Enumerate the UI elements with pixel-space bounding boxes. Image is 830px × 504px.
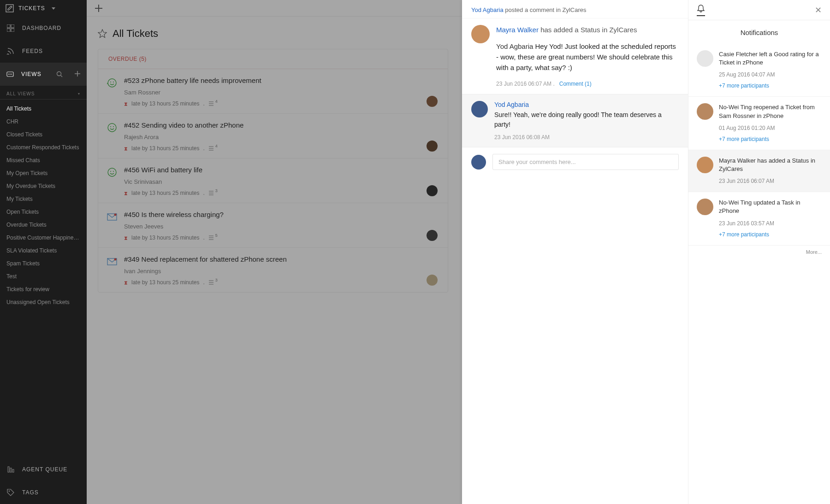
notifications-topbar: ✕ — [688, 0, 830, 20]
participants-link[interactable]: +7 more participants — [719, 82, 822, 89]
queue-icon — [6, 465, 15, 474]
notifications-panel: ✕ Notifications Casie Fletcher left a Go… — [688, 0, 830, 504]
avatar — [697, 199, 713, 215]
sidebar-context-switcher[interactable]: TICKETS — [0, 0, 87, 17]
svg-rect-4 — [11, 29, 14, 32]
sidebar-item-label: DASHBOARD — [22, 25, 61, 31]
svg-rect-15 — [12, 469, 14, 472]
thread-post: Mayra Walker has added a Status in ZylCa… — [462, 18, 688, 94]
feeds-icon — [6, 47, 15, 55]
search-icon[interactable] — [56, 71, 63, 77]
close-icon[interactable]: ✕ — [815, 5, 822, 15]
reply-text: Sure!! Yeah, we're doing really good! Th… — [494, 110, 679, 129]
avatar[interactable] — [471, 101, 488, 117]
view-item[interactable]: Overdue Tickets — [0, 218, 87, 231]
post-timestamp: 23 Jun 2016 06:07 AM . — [496, 81, 555, 87]
compose-icon — [6, 4, 14, 12]
sidebar-item-label: VIEWS — [21, 71, 42, 77]
status-author[interactable]: Mayra Walker — [496, 26, 539, 34]
view-item[interactable]: Spam Tickets — [0, 257, 87, 270]
more-link[interactable]: More... — [688, 246, 830, 258]
status-line: Mayra Walker has added a Status in ZylCa… — [496, 25, 679, 35]
svg-rect-2 — [11, 24, 14, 28]
view-item[interactable]: Unassigned Open Tickets — [0, 296, 87, 309]
thread-panel: Yod Agbaria posted a comment in ZylCares… — [462, 0, 688, 504]
view-item[interactable]: All Tickets — [0, 102, 87, 115]
caret-down-icon: ▾ — [78, 92, 80, 96]
sidebar-item-label: AGENT QUEUE — [22, 466, 67, 473]
svg-rect-3 — [7, 29, 10, 32]
svg-line-10 — [60, 76, 62, 77]
view-item[interactable]: Open Tickets — [0, 205, 87, 218]
view-item[interactable]: CHR — [0, 115, 87, 128]
view-item[interactable]: My Overdue Tickets — [0, 180, 87, 193]
all-views-label: ALL VIEWS — [6, 91, 35, 96]
view-item[interactable]: My Open Tickets — [0, 167, 87, 180]
notification-item[interactable]: No-Wei Ting updated a Task in zPhone 23 … — [688, 192, 830, 245]
notification-time: 01 Aug 2016 01:20 AM — [719, 125, 822, 131]
thread-reply: Yod Agbaria Sure!! Yeah, we're doing rea… — [462, 94, 688, 147]
dashboard-icon — [6, 24, 15, 32]
notification-item[interactable]: No-Wei Ting reopened a Ticket from Sam R… — [688, 97, 830, 150]
comment-link[interactable]: Comment (1) — [559, 81, 592, 87]
svg-rect-14 — [10, 468, 12, 472]
sidebar-item-label: TAGS — [22, 489, 39, 496]
svg-rect-13 — [8, 467, 9, 472]
bell-icon[interactable] — [697, 4, 705, 16]
sidebar-item-tags[interactable]: TAGS — [0, 481, 87, 504]
svg-rect-1 — [7, 24, 10, 28]
caret-down-icon — [52, 7, 55, 10]
add-view-icon[interactable] — [75, 71, 80, 77]
sidebar-item-agent-queue[interactable]: AGENT QUEUE — [0, 458, 87, 481]
notification-text: Casie Fletcher left a Good rating for a … — [719, 50, 822, 67]
notification-item[interactable]: Mayra Walker has added a Status in ZylCa… — [688, 150, 830, 192]
avatar — [697, 50, 713, 67]
comment-input[interactable] — [492, 154, 679, 170]
svg-point-16 — [9, 491, 10, 492]
sidebar-item-views[interactable]: VIEWS — [0, 63, 87, 86]
avatar — [697, 157, 713, 173]
view-item[interactable]: Tickets for review — [0, 283, 87, 296]
comment-input-row — [462, 147, 688, 176]
view-item[interactable]: Missed Chats — [0, 154, 87, 167]
notification-time: 25 Aug 2016 04:07 AM — [719, 71, 822, 78]
views-icon — [6, 70, 14, 78]
thread-header-text: posted a comment in ZylCares — [504, 6, 587, 13]
notification-time: 23 Jun 2016 06:07 AM — [719, 178, 822, 184]
avatar — [471, 155, 486, 170]
reply-timestamp: 23 Jun 2016 06:08 AM — [494, 134, 679, 141]
tag-icon — [6, 488, 15, 497]
views-list: All Tickets CHR Closed Tickets Customer … — [0, 100, 87, 311]
avatar — [697, 103, 713, 120]
notification-time: 23 Jun 2016 03:57 AM — [719, 220, 822, 227]
view-item[interactable]: My Tickets — [0, 193, 87, 205]
all-views-header[interactable]: ALL VIEWS ▾ — [0, 86, 87, 100]
notification-text: No-Wei Ting reopened a Ticket from Sam R… — [719, 103, 822, 120]
svg-point-7 — [10, 74, 11, 75]
sidebar-item-label: FEEDS — [22, 48, 43, 54]
svg-point-9 — [57, 72, 61, 76]
sidebar-item-dashboard[interactable]: DASHBOARD — [0, 17, 87, 40]
thread-header-name[interactable]: Yod Agbaria — [471, 6, 504, 13]
participants-link[interactable]: +7 more participants — [719, 231, 822, 238]
view-item[interactable]: Customer Responded Tickets — [0, 141, 87, 154]
participants-link[interactable]: +7 more participants — [719, 136, 822, 142]
svg-point-8 — [11, 74, 12, 75]
view-item[interactable]: Test — [0, 270, 87, 283]
thread-header: Yod Agbaria posted a comment in ZylCares — [462, 0, 688, 18]
mention: Yod Agbaria — [496, 42, 533, 50]
reply-author[interactable]: Yod Agbaria — [494, 101, 679, 108]
notification-item[interactable]: Casie Fletcher left a Good rating for a … — [688, 44, 830, 97]
left-sidebar: TICKETS DASHBOARD FEEDS VIEWS ALL VIEWS … — [0, 0, 87, 504]
view-item[interactable]: Positive Customer Happiness... — [0, 231, 87, 244]
view-item[interactable]: Closed Tickets — [0, 128, 87, 141]
notification-text: Mayra Walker has added a Status in ZylCa… — [719, 157, 822, 173]
sidebar-item-feeds[interactable]: FEEDS — [0, 40, 87, 63]
svg-point-6 — [8, 74, 9, 75]
notifications-title: Notifications — [688, 20, 830, 44]
notification-text: No-Wei Ting updated a Task in zPhone — [719, 199, 822, 215]
sidebar-context-label: TICKETS — [18, 5, 45, 12]
view-item[interactable]: SLA Violated Tickets — [0, 244, 87, 257]
thread-message: Yod Agbaria Hey Yod! Just looked at the … — [496, 41, 679, 73]
avatar[interactable] — [471, 25, 490, 43]
